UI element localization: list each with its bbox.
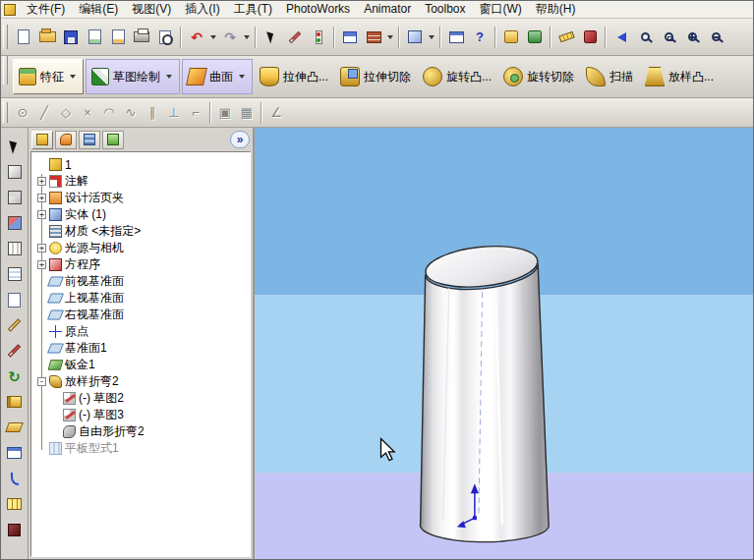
menu-photoworks[interactable]: PhotoWorks	[279, 1, 357, 18]
menu-tools[interactable]: 工具(T)	[227, 0, 279, 20]
make-drawing-button[interactable]	[83, 26, 106, 49]
previous-view-button[interactable]	[609, 26, 633, 49]
perpendicular-snap-button[interactable]: ⊥	[163, 102, 185, 124]
arc-snap-button[interactable]: ◠	[98, 102, 120, 124]
angle-snap-button[interactable]: ∠	[265, 102, 287, 124]
propertymanager-tab[interactable]	[55, 131, 77, 149]
grid-box-snap-button[interactable]: ▣	[214, 102, 236, 124]
expand-toggle[interactable]: +	[37, 244, 46, 252]
color-tool-button[interactable]	[578, 26, 602, 49]
tree-item-sketch3[interactable]: (-) 草图3	[35, 407, 250, 423]
tab-features[interactable]: 特征	[13, 59, 84, 94]
undo-button[interactable]: ↶	[185, 26, 208, 49]
surfaces-dropdown-arrow[interactable]	[239, 75, 245, 79]
tree-item-freeform-bend2[interactable]: 自由形折弯2	[35, 423, 250, 440]
revolved-boss-button[interactable]: 旋转凸...	[417, 56, 497, 97]
tree-item-design-binder[interactable]: + 设计活页夹	[35, 190, 250, 206]
featuremanager-tab[interactable]	[31, 131, 53, 149]
hidden-lines-view-button[interactable]	[3, 237, 27, 260]
tree-item-plane1[interactable]: 基准面1	[35, 340, 250, 357]
tree-item-annotations[interactable]: + 注解	[35, 173, 250, 190]
menu-help[interactable]: 帮助(H)	[529, 0, 583, 20]
tab-sketch[interactable]: 草图绘制	[86, 59, 180, 94]
point-snap-button[interactable]: ⊙	[12, 102, 33, 124]
wireframe-view-button[interactable]	[3, 160, 27, 184]
striped-view-button[interactable]	[3, 262, 27, 286]
extension-snap-button[interactable]: ⌐	[185, 102, 206, 124]
rebuild-button[interactable]	[307, 26, 330, 49]
redo-button[interactable]: ↷	[218, 26, 242, 49]
expand-toggle[interactable]: +	[37, 194, 46, 202]
render-button[interactable]	[523, 26, 547, 49]
tree-item-right-plane[interactable]: 右视基准面	[35, 307, 250, 323]
curvature-button[interactable]	[3, 467, 27, 490]
features-dropdown-arrow[interactable]	[70, 75, 76, 79]
menu-window[interactable]: 窗口(W)	[473, 0, 529, 20]
measure-button[interactable]	[554, 26, 578, 49]
tree-item-flat-pattern1[interactable]: 平板型式1	[35, 440, 250, 457]
print-button[interactable]	[130, 26, 153, 49]
menu-view[interactable]: 视图(V)	[125, 0, 178, 20]
save-button[interactable]	[59, 26, 83, 49]
expand-toggle[interactable]: +	[37, 260, 46, 269]
tab-surfaces[interactable]: 曲面	[182, 59, 253, 94]
texture-button[interactable]	[362, 26, 385, 49]
material-button[interactable]	[3, 518, 27, 541]
expand-toggle[interactable]: +	[37, 210, 46, 219]
parallel-snap-button[interactable]: ∥	[142, 102, 163, 124]
extruded-boss-button[interactable]: 拉伸凸...	[254, 56, 334, 97]
redo-dropdown-arrow[interactable]	[244, 35, 250, 39]
configurationmanager-tab[interactable]	[79, 131, 100, 149]
expand-toggle[interactable]: -	[37, 377, 46, 386]
grid-table-button[interactable]	[3, 492, 27, 516]
tree-item-front-plane[interactable]: 前视基准面	[35, 273, 250, 290]
design-table-button[interactable]	[3, 390, 27, 414]
graphics-area[interactable]	[255, 128, 753, 559]
edit-sketch-button[interactable]	[3, 313, 27, 337]
scene-button[interactable]	[499, 26, 523, 49]
tree-item-lofted-bend2[interactable]: - 放样折弯2	[35, 373, 250, 390]
tree-item-lights-cameras[interactable]: + 光源与相机	[35, 240, 250, 256]
extruded-cut-button[interactable]: 拉伸切除	[334, 56, 417, 97]
tree-item-sketch2[interactable]: (-) 草图2	[35, 390, 250, 407]
zoom-to-selection-button[interactable]	[704, 26, 727, 49]
tree-item-sheet-metal1[interactable]: 钣金1	[35, 357, 250, 373]
rebuild-view-button[interactable]: ↻	[3, 364, 27, 388]
menu-edit[interactable]: 编辑(E)	[72, 0, 125, 20]
polygon-snap-button[interactable]: ◇	[55, 102, 77, 124]
datum-plane-button[interactable]	[3, 416, 27, 439]
standard-views-button[interactable]	[338, 26, 362, 49]
toolbar-grip[interactable]	[3, 25, 8, 50]
select-button[interactable]	[260, 26, 283, 49]
display-pane-button[interactable]	[3, 441, 27, 465]
grid-snap-button[interactable]: ▦	[236, 102, 258, 124]
zoom-to-area-button[interactable]	[657, 26, 680, 49]
toolbar-grip[interactable]	[3, 102, 8, 122]
open-button[interactable]	[35, 26, 59, 49]
zoom-in-out-button[interactable]	[680, 26, 704, 49]
select-tool-button[interactable]	[3, 135, 27, 158]
menu-file[interactable]: 文件(F)	[20, 0, 72, 20]
line-snap-button[interactable]: ╱	[33, 102, 55, 124]
revolved-cut-button[interactable]: 旋转切除	[497, 56, 580, 97]
tree-item-solid-bodies[interactable]: + 实体 (1)	[35, 206, 250, 223]
sweep-button[interactable]: 扫描	[580, 56, 639, 97]
texture-dropdown-arrow[interactable]	[387, 35, 393, 39]
print-preview-button[interactable]	[153, 26, 177, 49]
display-window-button[interactable]	[444, 26, 468, 49]
expand-toggle[interactable]: +	[37, 177, 46, 186]
intersection-snap-button[interactable]: ×	[77, 102, 98, 124]
tree-item-material[interactable]: 材质 <未指定>	[35, 223, 250, 240]
dimxpert-tab[interactable]	[102, 131, 124, 149]
view-orientation-dropdown-arrow[interactable]	[429, 35, 435, 39]
toolbar-grip[interactable]	[3, 56, 8, 84]
lofted-boss-button[interactable]: 放样凸...	[639, 56, 720, 97]
help-button[interactable]: ?	[468, 26, 492, 49]
menu-toolbox[interactable]: Toolbox	[418, 1, 472, 18]
sketch-3d-button[interactable]	[3, 339, 27, 363]
model-cylinder[interactable]	[420, 242, 549, 542]
tree-item-equations[interactable]: + 方程序	[35, 256, 250, 273]
menu-insert[interactable]: 插入(I)	[178, 0, 226, 20]
menu-animator[interactable]: Animator	[357, 1, 418, 18]
make-assembly-button[interactable]	[106, 26, 130, 49]
